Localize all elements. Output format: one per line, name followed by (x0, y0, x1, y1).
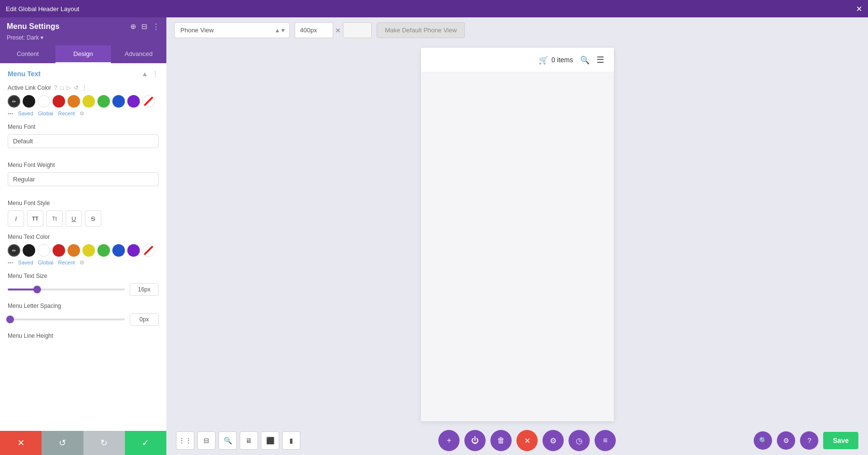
view-select[interactable]: Phone View (174, 22, 290, 38)
px-close-btn[interactable]: ✕ (335, 27, 341, 34)
menu-font-weight-label-row: Menu Font Weight (8, 162, 159, 168)
tab-advanced[interactable]: Advanced (111, 45, 166, 63)
main-layout: Menu Settings ⊕ ⊟ ⋮ Preset: Dark ▾ Conte… (0, 17, 868, 455)
underline-btn[interactable]: U (66, 210, 82, 227)
gear-alc[interactable]: ⚙ (80, 110, 84, 117)
collapse-icon[interactable]: ▲ (141, 70, 148, 78)
color-blue-mtc[interactable] (112, 244, 125, 257)
undo-bottom-btn[interactable]: ↺ (41, 431, 83, 455)
cart-icon: 🛒 (539, 55, 548, 65)
color-orange-mtc[interactable] (68, 244, 80, 257)
add-circle-btn[interactable]: + (438, 430, 460, 451)
settings-right-btn[interactable]: ⚙ (777, 431, 795, 450)
save-button[interactable]: Save (823, 432, 858, 449)
menu-text-size-input[interactable]: 16px (130, 283, 159, 296)
close-bottom-btn[interactable]: ✕ (0, 431, 41, 455)
color-purple-mtc[interactable] (127, 244, 140, 257)
power-circle-btn[interactable]: ⏻ (464, 430, 486, 451)
tab-design[interactable]: Design (55, 45, 111, 63)
color-purple-alc[interactable] (127, 95, 140, 108)
grid-tool-btn[interactable]: ⋮⋮ (176, 431, 194, 450)
slider-track-size (8, 289, 125, 290)
color-green-mtc[interactable] (97, 244, 110, 257)
px-extra-input[interactable] (343, 22, 372, 38)
help-right-btn[interactable]: ? (800, 431, 818, 450)
uppercase-btn[interactable]: TT (27, 210, 43, 227)
color-slash-mtc[interactable] (142, 244, 155, 257)
color-yellow-alc[interactable] (82, 95, 95, 108)
tab-content[interactable]: Content (0, 45, 55, 63)
preview-header: 🛒 0 items 🔍 ☰ (421, 48, 614, 72)
bars-circle-btn[interactable]: ≡ (595, 430, 616, 451)
make-default-btn[interactable]: Make Default Phone View (377, 22, 465, 38)
color-black-mtc[interactable] (23, 244, 35, 257)
device-icon-alc[interactable]: □ (60, 84, 64, 91)
clock-circle-btn[interactable]: ◷ (569, 430, 590, 451)
desktop-tool-btn[interactable]: 🖥 (240, 431, 258, 450)
color-pencil-mtc[interactable]: ✏ (8, 244, 20, 257)
menu-text-color-picker: ✏ (8, 244, 159, 257)
saved-mtc[interactable]: Saved (18, 260, 33, 266)
undo-icon-alc[interactable]: ↺ (74, 84, 79, 91)
title-bar-close-button[interactable]: ✕ (856, 4, 862, 14)
menu-text-size-slider[interactable] (8, 289, 125, 290)
color-slash-alc[interactable] (142, 95, 155, 108)
color-red-alc[interactable] (53, 95, 65, 108)
menu-text-section-header: Menu Text ▲ ⋮ (8, 70, 159, 78)
layers-tool-btn[interactable]: ⊟ (197, 431, 216, 450)
capitalize-btn[interactable]: Tt (46, 210, 63, 227)
global-alc[interactable]: Global (38, 110, 54, 117)
gear-mtc[interactable]: ⚙ (80, 260, 84, 266)
tablet-tool-btn[interactable]: ⬛ (261, 431, 279, 450)
menu-letter-spacing-input[interactable]: 0px (130, 313, 159, 326)
search-tool-btn[interactable]: 🔍 (218, 431, 237, 450)
menu-font-select[interactable]: Default (8, 134, 159, 148)
saved-alc[interactable]: Saved (18, 110, 33, 117)
search-right-btn[interactable]: 🔍 (754, 431, 772, 450)
slider-thumb-ls[interactable] (6, 316, 14, 323)
menu-font-weight-label: Menu Font Weight (8, 162, 55, 168)
px-input[interactable] (295, 22, 333, 38)
color-dots-mtc[interactable]: ••• (8, 260, 14, 266)
active-link-color-picker: ✏ (8, 95, 159, 108)
phone-tool-btn[interactable]: ▮ (282, 431, 300, 450)
active-link-color-meta: ••• Saved Global Recent ⚙ (8, 110, 159, 117)
menu-font-label: Menu Font (8, 124, 35, 130)
section-more-icon[interactable]: ⋮ (152, 70, 159, 78)
more-icon-alc[interactable]: ⋮ (81, 84, 87, 91)
target-icon[interactable]: ⊕ (130, 22, 136, 31)
color-white-mtc[interactable] (38, 244, 50, 257)
color-dots-alc[interactable]: ••• (8, 110, 14, 117)
gear-circle-btn[interactable]: ⚙ (542, 430, 564, 451)
global-mtc[interactable]: Global (38, 260, 54, 266)
search-preview-icon[interactable]: 🔍 (580, 55, 590, 65)
close-circle-btn[interactable]: ✕ (516, 430, 538, 451)
color-pencil-alc[interactable]: ✏ (8, 95, 20, 108)
color-white-alc[interactable] (38, 95, 50, 108)
check-bottom-btn[interactable]: ✓ (125, 431, 166, 455)
italic-btn[interactable]: I (8, 210, 24, 227)
columns-icon[interactable]: ⊟ (141, 22, 148, 31)
color-yellow-mtc[interactable] (82, 244, 95, 257)
color-orange-alc[interactable] (68, 95, 80, 108)
color-black-alc[interactable] (23, 95, 35, 108)
trash-circle-btn[interactable]: 🗑 (490, 430, 512, 451)
menu-text-size-field: Menu Text Size 16px (8, 273, 159, 296)
redo-bottom-btn[interactable]: ↻ (83, 431, 125, 455)
hamburger-icon[interactable]: ☰ (597, 55, 604, 65)
color-green-alc[interactable] (97, 95, 110, 108)
menu-font-weight-select[interactable]: Regular (8, 172, 159, 186)
strikethrough-btn[interactable]: S (85, 210, 101, 227)
cursor-icon-alc[interactable]: ▷ (67, 84, 71, 91)
px-input-wrapper: ✕ (295, 22, 372, 38)
color-blue-alc[interactable] (112, 95, 125, 108)
slider-thumb-size[interactable] (33, 286, 41, 293)
recent-mtc[interactable]: Recent (58, 260, 75, 266)
menu-line-height-label-row: Menu Line Height (8, 332, 159, 339)
preset-label[interactable]: Preset: Dark ▾ (7, 34, 43, 41)
more-icon[interactable]: ⋮ (152, 22, 160, 31)
help-icon-alc[interactable]: ? (54, 84, 57, 91)
recent-alc[interactable]: Recent (58, 110, 75, 117)
menu-letter-spacing-slider[interactable] (8, 318, 125, 320)
color-red-mtc[interactable] (53, 244, 65, 257)
